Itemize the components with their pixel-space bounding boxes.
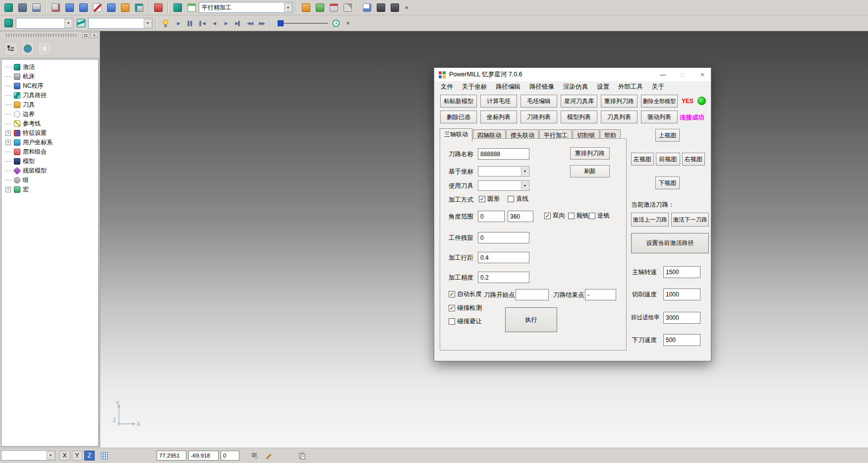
workplane-combo[interactable]: ▾ xyxy=(478,166,529,176)
use-tool-combo[interactable]: ▾ xyxy=(478,180,529,191)
tree-item-groups[interactable]: 组 xyxy=(1,175,98,185)
view-left-button[interactable]: 左视图 xyxy=(631,153,654,166)
brush-icon[interactable] xyxy=(74,17,87,30)
step-forward-icon[interactable]: ▶ xyxy=(221,18,231,28)
tool-combo[interactable]: ▾ xyxy=(88,18,153,29)
grid-icon[interactable] xyxy=(99,451,110,461)
menu-workplane[interactable]: 关于坐标 xyxy=(458,83,491,91)
circle-checkbox[interactable]: ✓圆形 xyxy=(479,195,500,203)
angle-to-input[interactable] xyxy=(508,211,533,222)
panel-close-button[interactable]: × xyxy=(91,32,98,38)
expand-icon[interactable]: + xyxy=(5,130,11,136)
status-combo[interactable]: ▾ xyxy=(1,450,56,461)
spindle-speed-input[interactable] xyxy=(663,266,700,278)
refresh-button[interactable]: 刷新 xyxy=(570,165,610,177)
menu-render-sim[interactable]: 渲染仿真 xyxy=(559,83,592,91)
go-end-icon[interactable]: ▶▌ xyxy=(232,18,243,28)
fast-forward-icon[interactable]: ▶▶ xyxy=(256,18,267,28)
explorer-panel-header[interactable]: × xyxy=(0,31,100,39)
play-icon[interactable]: ▶ xyxy=(173,18,184,28)
activate-next-button[interactable]: 激活下一刀路 xyxy=(671,213,709,227)
world-icon[interactable] xyxy=(21,42,35,56)
chevron-down-icon[interactable]: ▾ xyxy=(144,19,152,28)
angle-from-input[interactable] xyxy=(478,211,505,222)
coord-z-field[interactable] xyxy=(221,451,239,461)
slider-handle[interactable] xyxy=(278,20,284,26)
block-flag-icon[interactable] xyxy=(132,1,145,14)
plunge-speed-input[interactable] xyxy=(663,334,700,346)
tree-item-patterns[interactable]: 参考线 xyxy=(1,119,98,128)
delete-selected-button[interactable]: 删除已选 xyxy=(440,111,477,123)
print-icon[interactable] xyxy=(30,1,43,14)
maximize-button[interactable]: □ xyxy=(674,68,691,81)
go-start-icon[interactable]: ▌◀ xyxy=(197,18,208,28)
strategy-table-icon[interactable] xyxy=(185,1,198,14)
strategy-preset-combo[interactable]: 平行精加工 ▾ xyxy=(199,2,293,13)
menu-settings[interactable]: 设置 xyxy=(592,83,614,91)
toolpath-stack-icon[interactable] xyxy=(2,17,15,30)
view-front-button[interactable]: 前视图 xyxy=(656,153,680,166)
workplane-list-button[interactable]: 坐标列表 xyxy=(480,111,517,123)
transform-icon[interactable] xyxy=(118,1,131,14)
toolpath-list-button[interactable]: 刀路列表 xyxy=(521,111,557,123)
conventional-mill-checkbox[interactable]: 逆铣 xyxy=(589,212,610,220)
execute-button[interactable]: 执行 xyxy=(505,307,557,332)
tree-item-activate[interactable]: 激活 xyxy=(1,62,98,72)
coord-x-field[interactable] xyxy=(157,451,186,461)
collision-avoid-checkbox[interactable]: 碰撞避让 xyxy=(449,317,482,326)
rearrange-toolpaths-button[interactable]: 重排列刀路 xyxy=(601,95,637,108)
activate-prev-button[interactable]: 激活上一刀路 xyxy=(631,213,669,227)
calculator-icon[interactable] xyxy=(327,1,340,14)
calc-stock-button[interactable]: 计算毛坯 xyxy=(480,95,517,108)
menu-path-edit[interactable]: 路径编辑 xyxy=(491,83,525,91)
delete-all-models-button[interactable]: 删除全部模型 xyxy=(641,95,678,108)
tree-item-workplanes[interactable]: +用户坐标系 xyxy=(1,138,98,147)
step-back-icon[interactable]: ◀ xyxy=(209,18,220,28)
collision-check-checkbox[interactable]: ✓碰撞检测 xyxy=(449,304,482,312)
stepover-input[interactable] xyxy=(478,252,529,263)
tree-item-levels-sets[interactable]: 层和组合 xyxy=(1,147,98,157)
tool-library-button[interactable]: 星河刀具库 xyxy=(561,95,597,108)
cutting-speed-input[interactable] xyxy=(663,289,700,300)
list-icon[interactable] xyxy=(249,451,259,461)
annotation-pen-icon[interactable] xyxy=(264,451,274,461)
tree-item-nc-programs[interactable]: NC程序 xyxy=(1,81,98,91)
tree-item-tools[interactable]: 刀具 xyxy=(1,100,98,110)
auto-length-checkbox[interactable]: ✓自动长度 xyxy=(449,290,482,298)
stock-remain-input[interactable] xyxy=(478,232,529,243)
import-icon[interactable] xyxy=(63,1,76,14)
simulation-speed-slider[interactable] xyxy=(277,18,329,28)
menu-file[interactable]: 文件 xyxy=(436,83,458,91)
view-right-button[interactable]: 右视图 xyxy=(682,153,705,166)
tree-item-machine[interactable]: 机床 xyxy=(1,72,98,81)
toolpath-combo[interactable]: ▾ xyxy=(16,18,73,29)
axis-y-button[interactable]: Y xyxy=(72,451,82,461)
paste-model-icon[interactable] xyxy=(49,1,62,14)
menu-about[interactable]: 关于 xyxy=(647,83,669,91)
expand-icon[interactable]: + xyxy=(5,187,11,192)
expand-icon[interactable]: + xyxy=(5,140,11,145)
view-bottom-button[interactable]: 下视图 xyxy=(655,176,680,189)
dialog-title-bar[interactable]: PowerMILL 忆梦星河 7.0.6 — □ × xyxy=(434,68,711,81)
menu-path-mirror[interactable]: 路径镜像 xyxy=(525,83,559,91)
bidirectional-checkbox[interactable]: ✓双向 xyxy=(544,212,565,220)
toolbar-close-icon[interactable]: × xyxy=(344,19,352,28)
tree-item-stock-models[interactable]: 残留模型 xyxy=(1,166,98,175)
chevron-down-icon[interactable]: ▾ xyxy=(284,3,292,12)
export-icon[interactable] xyxy=(77,1,90,14)
lightbulb-icon[interactable] xyxy=(159,17,172,30)
toolpath-name-input[interactable] xyxy=(478,148,529,160)
tree-item-toolpaths[interactable]: 刀具路径 xyxy=(1,91,98,100)
binoculars-icon[interactable] xyxy=(388,1,401,14)
chevron-down-icon[interactable]: ▾ xyxy=(521,181,528,190)
clock-icon[interactable] xyxy=(330,17,343,30)
hammer-icon[interactable] xyxy=(299,1,312,14)
stock-edit-button[interactable]: 毛坯编辑 xyxy=(521,95,557,108)
toolbar-close-icon[interactable]: × xyxy=(402,3,411,12)
tree-item-models[interactable]: 模型 xyxy=(1,157,98,166)
chart-icon[interactable] xyxy=(360,1,373,14)
close-button[interactable]: × xyxy=(694,68,711,81)
axis-x-button[interactable]: X xyxy=(59,451,70,461)
menu-external-tools[interactable]: 外部工具 xyxy=(614,83,647,91)
tolerance-input[interactable] xyxy=(478,272,529,283)
